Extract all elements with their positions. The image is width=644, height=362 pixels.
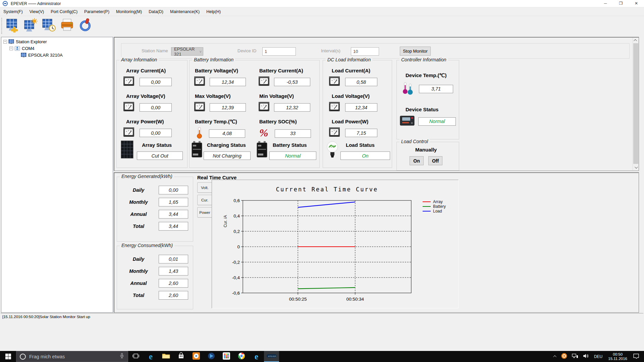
print-button[interactable] [59, 18, 75, 34]
lower-panel: Energy Generated(kWh) Daily 0,00 Monthly… [114, 172, 639, 313]
menu-port-config[interactable]: Port Config(C) [47, 8, 81, 15]
gauge-icon [123, 101, 135, 114]
gauge-icon [328, 101, 340, 114]
daily-label: Daily [123, 256, 154, 262]
timer-monitor-button[interactable] [41, 18, 57, 34]
menu-monitoring[interactable]: Monitoring(M) [113, 8, 145, 15]
taskbar-search[interactable]: Frag mich etwas [16, 351, 128, 362]
station-name-select[interactable]: EPSOLAR 321 ˅ [171, 47, 203, 56]
collapse-icon[interactable]: − [3, 40, 7, 44]
media-app-button[interactable] [204, 351, 219, 362]
charging-status-label: Charging Status [207, 142, 246, 148]
language-indicator[interactable]: DEU [592, 351, 605, 362]
epever-logo-icon [3, 1, 8, 6]
device-status-label: Device Status [406, 107, 438, 112]
close-button[interactable]: ✕ [629, 0, 644, 7]
video-player-icon [193, 352, 200, 361]
internet-explorer-button[interactable]: e [249, 351, 264, 362]
menu-maintenance[interactable]: Maintenance(K) [167, 8, 203, 15]
svg-text:-0,2: -0,2 [232, 260, 240, 265]
apps-grid-button[interactable] [219, 351, 234, 362]
store-bag-icon [178, 352, 184, 361]
tab-cur[interactable]: Cur. [197, 195, 212, 205]
solar-panel-plus-icon [5, 18, 20, 34]
battery-soc-value: 33 [275, 129, 311, 138]
menu-help[interactable]: Help(H) [203, 8, 224, 15]
monitor-scrollbar[interactable] [633, 38, 638, 170]
menu-parameter[interactable]: Parameter(P) [81, 8, 113, 15]
chrome-button[interactable] [234, 351, 249, 362]
array-power-label: Array Power(W) [126, 119, 164, 124]
tree-root-label: Station Explorer [16, 39, 47, 44]
edge-button[interactable]: e [143, 351, 158, 362]
menu-system[interactable]: System(F) [0, 8, 26, 15]
video-app-button[interactable] [189, 351, 204, 362]
tab-power[interactable]: Power [197, 207, 212, 218]
group-title: Controller Information [399, 57, 448, 62]
scroll-down-button[interactable] [633, 165, 639, 170]
monthly-value: 1,43 [159, 267, 188, 276]
epever-app-icon: EPEVER [267, 353, 277, 359]
menu-view[interactable]: View(V) [26, 8, 48, 15]
device-id-label: Device ID [237, 48, 256, 53]
file-explorer-button[interactable] [158, 351, 173, 362]
total-value: 3,44 [159, 222, 188, 231]
load-off-button[interactable]: Off [428, 156, 442, 165]
light-bulb-icon [325, 140, 340, 160]
monthly-label: Monthly [123, 268, 154, 274]
svg-text:0,4: 0,4 [233, 214, 240, 219]
tree-node-station-explorer[interactable]: − Station Explorer [1, 38, 113, 45]
microphone-icon[interactable] [119, 353, 124, 360]
windows-taskbar: Frag mich etwas e e EPEVER DEU 00:50 15.… [0, 351, 644, 362]
svg-text:Cur. /A: Cur. /A [223, 215, 228, 228]
add-station-button[interactable] [5, 18, 21, 34]
battery-information-group: Battery Information Battery Voltage(V) 1… [189, 60, 320, 168]
annual-label: Annual [123, 212, 154, 217]
task-view-button[interactable] [128, 351, 143, 362]
tab-volt[interactable]: Volt. [197, 182, 212, 193]
group-title: Energy Consumed(kWh) [120, 243, 174, 248]
svg-text:00:50:25: 00:50:25 [289, 297, 307, 302]
menu-bar: System(F) View(V) Port Config(C) Paramet… [0, 7, 644, 16]
gauge-icon [258, 101, 270, 114]
array-information-group: Array Information Array Current(A) 0,00 … [116, 60, 187, 168]
load-on-button[interactable]: On [410, 156, 424, 165]
network-tray-icon[interactable] [570, 351, 581, 362]
start-button[interactable] [0, 351, 16, 362]
load-voltage-value: 12,34 [345, 103, 377, 112]
real-time-curve-group: Real Time Curve Volt. Cur. Power Current… [197, 175, 462, 311]
scroll-up-button[interactable] [633, 38, 639, 43]
antivirus-tray-icon[interactable] [559, 351, 570, 362]
device-id-input[interactable] [262, 47, 296, 56]
taskbar-clock[interactable]: 00:50 15.11.2016 [605, 352, 631, 361]
power-icon [78, 18, 93, 34]
tree-node-epsolar-3210a[interactable]: EPSOLAR 3210A [1, 52, 113, 58]
total-label: Total [123, 293, 154, 298]
volume-tray-icon[interactable] [581, 351, 592, 362]
interval-input[interactable] [351, 47, 379, 56]
exit-button[interactable] [77, 18, 93, 34]
stop-monitor-button[interactable]: Stop Monitor [400, 47, 431, 56]
station-config-button[interactable] [23, 18, 39, 34]
collapse-icon[interactable]: − [9, 47, 13, 50]
tray-expand-button[interactable] [552, 351, 559, 362]
tree-node-com4[interactable]: − COM4 [1, 45, 113, 52]
epever-app-button[interactable]: EPEVER [264, 351, 279, 362]
battery-voltage-label: Battery Voltage(V) [195, 68, 238, 73]
menu-data[interactable]: Data(D) [145, 8, 167, 15]
group-title: Load Control [399, 139, 430, 144]
restore-button[interactable]: ❐ [613, 0, 629, 7]
station-bar: Station Name EPSOLAR 321 ˅ Device ID Int… [121, 43, 630, 59]
store-button[interactable] [173, 351, 189, 362]
scroll-thumb[interactable] [633, 43, 638, 164]
group-title: Array Information [119, 57, 159, 62]
battery-current-label: Battery Current(A) [259, 68, 303, 73]
toolbar-drag-handle[interactable] [1, 18, 3, 34]
gauge-icon [328, 127, 340, 139]
station-name-value: EPSOLAR 321 [174, 47, 198, 57]
printer-icon [60, 18, 74, 34]
edge-icon: e [149, 352, 153, 361]
daily-label: Daily [123, 187, 154, 193]
action-center-button[interactable] [631, 351, 644, 362]
minimize-button[interactable]: ─ [598, 0, 613, 7]
